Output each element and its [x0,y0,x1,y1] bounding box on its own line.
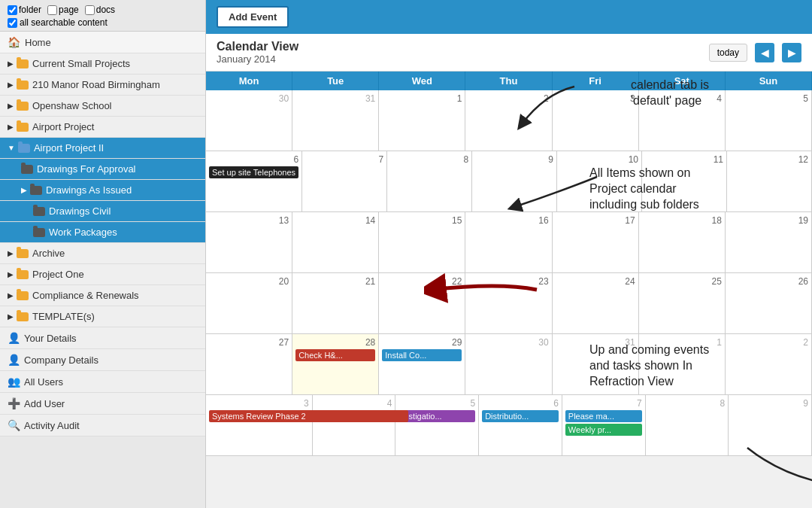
add-person-icon: ➕ [8,397,20,409]
cal-cell-feb8[interactable]: 8 [646,395,729,455]
cal-cell-jan6[interactable]: 6 Set up site Telephones [206,151,302,211]
sidebar-item-add-user[interactable]: ➕ Add User [0,393,205,415]
cal-cell-jan17[interactable]: 17 [553,212,639,272]
cal-cell-dec31[interactable]: 31 [292,90,379,151]
cal-cell-jan3[interactable]: 3 [553,90,639,151]
day-header-tue: Tue [292,71,379,90]
cal-cell-jan2[interactable]: 2 [465,90,552,151]
cal-cell-jan28[interactable]: 28 Check H&... [292,334,379,394]
sidebar-item-project-one[interactable]: ▶ Project One [0,264,205,285]
sidebar-item-drawings-as-issued[interactable]: ▶ Drawings As Issued [0,180,205,201]
cal-cell-jan25[interactable]: 25 [639,273,726,333]
cal-cell-jan5[interactable]: 5 [726,90,812,151]
cal-cell-jan22[interactable]: 22 [379,273,465,333]
cal-cell-jan21[interactable]: 21 [292,273,379,333]
cal-cell-feb7[interactable]: 7 Please ma... Weekly pr... [562,395,646,455]
checkbox-all-searchable[interactable] [8,18,17,28]
checkbox-docs[interactable]: docs [85,5,115,15]
calendar-week-2: 6 Set up site Telephones 7 8 9 10 11 12 [206,151,812,212]
cal-cell-jan14[interactable]: 14 [292,212,379,272]
event-set-up-site-telephones[interactable]: Set up site Telephones [209,166,298,178]
day-header-fri: Fri [553,71,639,90]
event-weekly-pr[interactable]: Weekly pr... [565,424,642,436]
calendar-view-label: Calendar View [217,40,298,53]
calendar-toolbar: Calendar View January 2014 today ◀ ▶ [206,34,812,71]
sidebar-item-airport-project-ii[interactable]: ▼ Airport Project II [0,138,205,159]
event-distributio[interactable]: Distributio... [482,410,559,422]
checkbox-folder[interactable]: folder [8,5,41,15]
calendar-week-1: 30 31 1 2 3 4 5 [206,90,812,151]
cal-cell-dec30[interactable]: 30 [206,90,292,151]
cal-cell-feb2[interactable]: 2 [726,334,812,394]
cal-cell-jan7[interactable]: 7 [302,151,387,211]
cal-cell-feb5[interactable]: 5 Instigatio... [395,395,479,455]
sidebar-item-drawings-civil[interactable]: Drawings Civil [0,201,205,222]
cal-cell-jan30[interactable]: 30 [465,334,552,394]
cal-cell-feb4[interactable]: 4 [313,395,396,455]
prev-month-button[interactable]: ◀ [755,43,774,62]
cal-cell-jan4[interactable]: 4 [639,90,726,151]
sidebar-item-current-small-projects[interactable]: ▶ Current Small Projects [0,53,205,75]
cal-cell-jan27[interactable]: 27 [206,334,292,394]
cal-cell-jan1[interactable]: 1 [379,90,465,151]
folder-icon [17,59,29,68]
event-instigatio[interactable]: Instigatio... [398,410,475,422]
folder-icon [17,249,29,258]
cal-cell-jan16[interactable]: 16 [465,212,552,272]
cal-cell-jan8[interactable]: 8 [387,151,472,211]
event-check-h[interactable]: Check H&... [295,349,375,361]
cal-cell-jan11[interactable]: 11 [642,151,727,211]
cal-cell-jan19[interactable]: 19 [726,212,812,272]
cal-cell-jan18[interactable]: 18 [639,212,726,272]
checkbox-page[interactable]: page [47,5,79,15]
sidebar-item-drawings-for-approval[interactable]: Drawings For Approval [0,159,205,180]
cal-cell-jan12[interactable]: 12 [727,151,812,211]
cal-cell-jan9[interactable]: 9 [472,151,557,211]
sidebar-item-airport-project[interactable]: ▶ Airport Project [0,117,205,138]
cal-cell-jan29[interactable]: 29 Install Co... [379,334,465,394]
today-button[interactable]: today [709,44,747,62]
arrow-icon: ▶ [8,249,14,257]
cal-cell-jan24[interactable]: 24 [553,273,639,333]
sidebar-item-210-manor[interactable]: ▶ 210 Manor Road Birmingham [0,75,205,96]
day-header-mon: Mon [206,71,292,90]
calendar-grid: Mon Tue Wed Thu Fri Sat Sun 30 31 1 2 3 … [206,71,812,508]
cal-cell-jan26[interactable]: 26 [726,273,812,333]
cal-cell-jan10[interactable]: 10 [557,151,642,211]
cal-cell-jan13[interactable]: 13 [206,212,292,272]
cal-cell-jan31[interactable]: 31 [553,334,639,394]
cal-cell-feb1[interactable]: 1 [639,334,726,394]
main-header: Add Event [206,0,812,34]
sidebar-item-company-details[interactable]: 👤 Company Details [0,349,205,371]
cal-cell-jan23[interactable]: 23 [465,273,552,333]
home-icon: 🏠 [8,36,20,48]
cal-cell-feb6[interactable]: 6 Distributio... [479,395,562,455]
sidebar-item-your-details[interactable]: 👤 Your Details [0,327,205,349]
cal-cell-jan20[interactable]: 20 [206,273,292,333]
cal-cell-jan15[interactable]: 15 [379,212,465,272]
folder-icon [17,270,29,279]
audit-icon: 🔍 [8,419,20,431]
day-header-sun: Sun [726,71,812,90]
sidebar-item-all-users[interactable]: 👥 All Users [0,371,205,393]
arrow-icon: ▶ [8,59,14,68]
day-header-wed: Wed [379,71,465,90]
arrow-icon: ▶ [8,312,14,321]
folder-icon [17,102,29,111]
sidebar-item-activity-audit[interactable]: 🔍 Activity Audit [0,415,205,437]
sidebar-item-work-packages[interactable]: Work Packages [0,222,205,243]
sidebar-item-openshaw-school[interactable]: ▶ Openshaw School [0,96,205,117]
calendar-day-headers: Mon Tue Wed Thu Fri Sat Sun [206,71,812,90]
event-install-co[interactable]: Install Co... [382,349,462,361]
cal-cell-feb9[interactable]: 9 [729,395,812,455]
event-please-ma[interactable]: Please ma... [565,410,642,422]
sidebar-item-home[interactable]: 🏠 Home [0,32,205,53]
sidebar-item-templates[interactable]: ▶ TEMPLATE(s) [0,306,205,327]
sidebar: folder page docs all searchable content … [0,0,206,508]
next-month-button[interactable]: ▶ [782,43,801,62]
sidebar-item-archive[interactable]: ▶ Archive [0,243,205,264]
event-systems-review[interactable]: Systems Review Phase 2 [209,410,408,422]
add-event-button[interactable]: Add Event [217,6,289,28]
cal-cell-feb3[interactable]: 3 Systems Review Phase 2 [206,395,313,455]
sidebar-item-compliance[interactable]: ▶ Compliance & Renewals [0,285,205,306]
